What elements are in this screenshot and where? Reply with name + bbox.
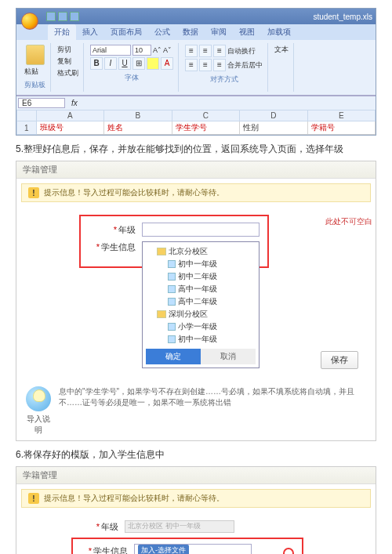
col-header[interactable]: A	[36, 110, 103, 121]
tab-formula[interactable]: 公式	[148, 24, 176, 40]
student-info-file-input[interactable]: 加入-选择文件	[134, 544, 252, 554]
row-header[interactable]: 1	[17, 121, 37, 135]
font-color-button[interactable]: A	[161, 57, 173, 70]
tab-home[interactable]: 开始	[48, 24, 76, 40]
bold-button[interactable]: B	[90, 57, 103, 70]
merge-button[interactable]: 合并后居中	[227, 60, 263, 71]
leaf-icon	[168, 285, 176, 293]
panel-title: 学籍管理	[16, 161, 376, 179]
clipboard-group-label: 剪贴板	[24, 80, 45, 90]
wrap-text-button[interactable]: 自动换行	[227, 46, 256, 56]
tree-ok-button[interactable]: 确定	[146, 349, 201, 364]
leaf-icon	[168, 273, 176, 281]
save-button[interactable]: 保存	[321, 351, 358, 369]
font-group-label: 字体	[90, 73, 173, 83]
cell[interactable]: 班级号	[36, 121, 103, 135]
font-name-select[interactable]: Arial	[90, 45, 131, 56]
office-button[interactable]	[21, 13, 38, 30]
step-6-text: 6.将保存好的模版，加入学生信息中	[16, 447, 376, 462]
ribbon-tabs: 开始 插入 页面布局 公式 数据 审阅 视图 加载项	[16, 24, 376, 40]
number-format-label: 文本	[274, 45, 289, 55]
import-panel-2: 学籍管理 ! 提示信息！导入过程可能会比较耗时，请耐心等待。 *年级 北京分校区…	[16, 466, 376, 554]
save-icon[interactable]	[46, 12, 56, 21]
cell-grid[interactable]: A B C D E 1 班级号 姓名 学生学号 性别 学籍号	[16, 110, 376, 135]
warning-icon: !	[28, 493, 39, 504]
import-desc-text: 息中的"学生学号"，如果学号不存在则创建……号必填，如果不填系统将自动填，并且不…	[59, 386, 366, 408]
lightbulb-icon	[26, 386, 51, 411]
fill-color-button[interactable]	[147, 57, 159, 70]
font-size-select[interactable]: 10	[132, 45, 151, 56]
align-top-button[interactable]: ≡	[185, 45, 198, 57]
highlight-box: *年级 *学生信息 北京分校区 初中一年级 初中二年级 高中一年级 高中二年级 …	[79, 215, 269, 268]
import-desc-title: 导入说明	[26, 414, 51, 436]
warning-text: 提示信息！导入过程可能会比较耗时，请耐心等待。	[44, 493, 224, 504]
excel-window: student_temp.xls 开始 插入 页面布局 公式 数据 审阅 视图 …	[16, 8, 376, 136]
clipboard-sub: 剪切 复制 格式刷	[53, 43, 84, 92]
tab-data[interactable]: 数据	[176, 24, 205, 40]
leaf-icon	[168, 298, 176, 306]
tree-cancel-button[interactable]: 取消	[201, 349, 256, 364]
tree-node[interactable]: 深圳分校区	[169, 309, 208, 320]
align-mid-button[interactable]: ≡	[199, 45, 212, 57]
undo-icon[interactable]	[58, 12, 67, 21]
copy-button[interactable]: 复制	[57, 56, 78, 67]
warning-bar: ! 提示信息！导入过程可能会比较耗时，请耐心等待。	[21, 183, 371, 202]
tree-node[interactable]: 小学一年级	[178, 321, 217, 332]
tab-review[interactable]: 审阅	[205, 24, 233, 40]
fx-label[interactable]: fx	[71, 99, 78, 107]
cut-button[interactable]: 剪切	[57, 45, 78, 55]
align-center-button[interactable]: ≡	[199, 59, 212, 71]
grade-dropdown[interactable]	[142, 223, 260, 237]
tree-node[interactable]: 初中一年级	[178, 259, 217, 270]
border-button[interactable]: ⊞	[132, 57, 145, 70]
name-box[interactable]: E6	[18, 98, 65, 108]
align-right-button[interactable]: ≡	[213, 59, 226, 71]
leaf-icon	[168, 260, 176, 268]
align-group: ≡ ≡ ≡ 自动换行 ≡ ≡ ≡ 合并后居中 对齐方式	[180, 43, 268, 92]
tree-node[interactable]: 初中二年级	[178, 271, 217, 282]
corner-cell[interactable]	[17, 110, 37, 121]
folder-icon	[157, 310, 166, 318]
step-5-text: 5.整理好信息后，保存，并放在能够找到的位置，返回系统导入页面，选择年级	[16, 142, 376, 156]
tree-node[interactable]: 高中一年级	[178, 284, 217, 295]
tree-node[interactable]: 初中一年级	[178, 334, 217, 345]
cell[interactable]: 性别	[240, 121, 307, 135]
col-header[interactable]: B	[104, 110, 172, 121]
grade-value-input[interactable]: 北京分校区 初中一年级	[125, 520, 234, 533]
ribbon: 粘贴 剪贴板 剪切 复制 格式刷 Arial 10 A˄ A˅ B I U ⊞ …	[16, 40, 376, 96]
tab-layout[interactable]: 页面布局	[104, 24, 148, 40]
italic-button[interactable]: I	[104, 57, 117, 70]
grade-label: 年级	[101, 522, 118, 531]
font-group: Arial 10 A˄ A˅ B I U ⊞ A 字体	[85, 43, 179, 92]
cell[interactable]: 学生学号	[172, 121, 239, 135]
cell[interactable]: 学籍号	[307, 121, 376, 135]
cell[interactable]: 姓名	[104, 121, 172, 135]
excel-titlebar: student_temp.xls	[16, 9, 376, 24]
col-header[interactable]: E	[307, 110, 376, 121]
underline-button[interactable]: U	[118, 57, 131, 70]
leaf-icon	[168, 335, 176, 343]
campus-tree-popup: 北京分校区 初中一年级 初中二年级 高中一年级 高中二年级 深圳分校区 小学一年…	[142, 241, 260, 368]
warning-bar: ! 提示信息！导入过程可能会比较耗时，请耐心等待。	[21, 489, 371, 508]
redo-icon[interactable]	[70, 12, 79, 21]
tab-insert[interactable]: 插入	[76, 24, 104, 40]
format-painter-button[interactable]: 格式刷	[57, 68, 78, 78]
grade-label: 年级	[118, 225, 136, 234]
align-bot-button[interactable]: ≡	[213, 45, 226, 57]
col-header[interactable]: D	[240, 110, 307, 121]
col-header[interactable]: C	[172, 110, 239, 121]
tree-node[interactable]: 高中二年级	[178, 296, 217, 307]
student-info-label: 学生信息	[93, 546, 128, 555]
align-left-button[interactable]: ≡	[185, 59, 198, 71]
tab-view[interactable]: 视图	[233, 24, 261, 40]
required-note: 此处不可空白	[325, 216, 372, 227]
tree-node[interactable]: 北京分校区	[169, 246, 208, 257]
paste-icon[interactable]	[26, 45, 45, 65]
import-panel-1: 学籍管理 ! 提示信息！导入过程可能会比较耗时，请耐心等待。 *年级 *学生信息…	[16, 161, 376, 441]
paste-label: 粘贴	[24, 67, 45, 77]
leaf-icon	[168, 323, 176, 331]
folder-icon	[157, 248, 166, 255]
upload-chip[interactable]: 加入-选择文件	[138, 545, 189, 554]
number-group: 文本	[270, 43, 294, 92]
tab-addins[interactable]: 加载项	[261, 24, 297, 40]
